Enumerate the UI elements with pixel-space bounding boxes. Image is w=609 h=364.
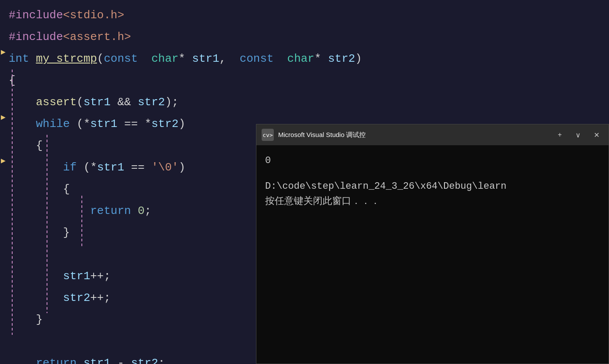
terminal-output-path: D:\code\step\learn_24_3_26\x64\Debug\lea…: [265, 179, 600, 194]
indicator-line3: ▶: [1, 47, 6, 57]
terminal-app-icon: cv>: [262, 129, 274, 141]
terminal-output-zero: 0: [265, 153, 600, 168]
terminal-title: Microsoft Visual Studio 调试控: [278, 131, 548, 139]
indicator-line6: ▶: [1, 112, 6, 122]
terminal-body: 0 D:\code\step\learn_24_3_26\x64\Debug\l…: [256, 145, 609, 364]
terminal-titlebar: cv> Microsoft Visual Studio 调试控 + ∨ ✕: [256, 124, 609, 145]
terminal-more-button[interactable]: ∨: [571, 128, 585, 142]
terminal-add-tab-button[interactable]: +: [553, 128, 567, 142]
code-line-5: assert(str1 && str2);: [9, 91, 609, 113]
code-line-2: #include<assert.h>: [9, 26, 609, 48]
code-line-3: int my_strcmp(const char* str1, const ch…: [9, 48, 609, 70]
code-line-4: {: [9, 70, 609, 91]
terminal-close-button[interactable]: ✕: [589, 128, 603, 142]
terminal-window: cv> Microsoft Visual Studio 调试控 + ∨ ✕ 0 …: [256, 124, 609, 364]
terminal-output-prompt: 按任意键关闭此窗口．．．: [265, 194, 600, 209]
indicator-line8: ▶: [1, 156, 6, 165]
code-line-1: #include<stdio.h>: [9, 4, 609, 26]
